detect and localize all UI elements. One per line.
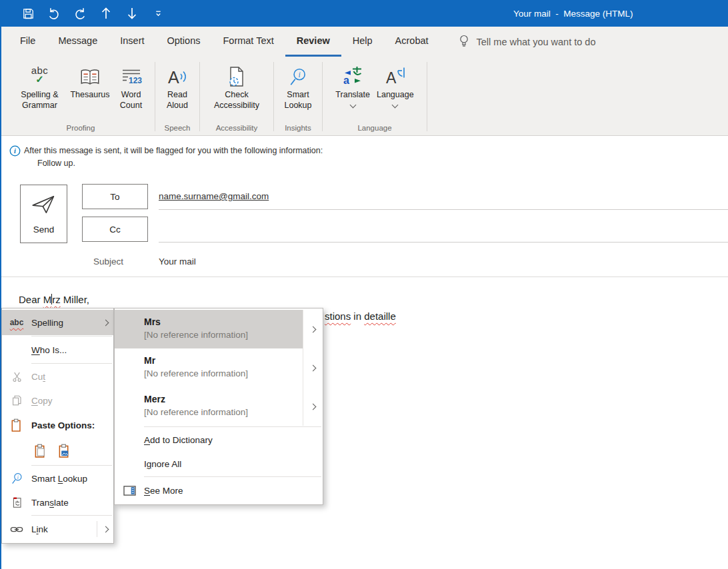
menu-separator: [31, 465, 112, 466]
menu-item-label: Paste Options:: [31, 420, 95, 430]
ribbon-group-label: Accessibility: [200, 124, 273, 135]
button-label: Thesaurus: [70, 89, 109, 100]
button-label: Smart Lookup: [281, 89, 315, 111]
save-icon[interactable]: [20, 5, 36, 22]
button-label: Translate: [335, 89, 370, 100]
word-count-button[interactable]: 123 Word Count: [113, 60, 149, 113]
to-recipient[interactable]: name.surname@gmail.com: [159, 191, 269, 201]
menu-item-label: Ignore All: [144, 459, 181, 469]
ribbon-group-language: a Translate A: [323, 57, 427, 135]
label-part: L: [31, 524, 37, 534]
link-icon: [2, 524, 31, 534]
read-aloud-button[interactable]: A Read Aloud: [160, 60, 195, 113]
suggestion-mr[interactable]: Mr [No reference information]: [115, 348, 323, 387]
label-part: nk: [39, 524, 48, 534]
translate-icon: a: [342, 62, 363, 87]
editor-pane-icon: [115, 485, 144, 496]
menu-item-see-more[interactable]: See More: [115, 478, 323, 503]
cc-button[interactable]: Cc: [82, 217, 148, 242]
suggestion-mrs[interactable]: Mrs [No reference information]: [115, 310, 323, 348]
info-icon: i: [9, 145, 21, 171]
tab-file[interactable]: File: [9, 27, 47, 57]
menu-separator: [31, 363, 112, 364]
undo-icon[interactable]: [46, 5, 62, 22]
button-label: Language: [377, 89, 414, 100]
outlook-message-window: Your mail - Message (HTML) File Message …: [0, 0, 728, 569]
svg-text:i: i: [299, 71, 301, 79]
menu-item-smart-lookup[interactable]: i Smart Lookup: [2, 466, 113, 490]
ribbon: abc✓ Spelling & Grammar Thesaurus: [1, 57, 728, 136]
menu-separator: [144, 426, 321, 427]
svg-text:i: i: [17, 474, 18, 480]
smart-lookup-button[interactable]: i Smart Lookup: [278, 60, 318, 113]
arrow-down-icon[interactable]: [124, 5, 140, 22]
menu-item-label: Who Is...: [31, 345, 67, 355]
suggestion-arrow-button[interactable]: [303, 387, 323, 426]
suggestion-merz[interactable]: Merz [No reference information]: [115, 387, 323, 426]
tab-options[interactable]: Options: [155, 27, 211, 57]
paste-keep-source-formatting-button[interactable]: [58, 444, 71, 458]
send-button[interactable]: Send: [20, 185, 67, 243]
menu-item-label: Copy: [31, 396, 53, 406]
spelling-and-grammar-button[interactable]: abc✓ Spelling & Grammar: [12, 60, 67, 113]
ribbon-group-proofing: abc✓ Spelling & Grammar Thesaurus: [7, 57, 155, 135]
paste-keep-text-only-button[interactable]: [34, 444, 47, 458]
submenu-arrow-icon: [103, 526, 109, 532]
suggestion-word: Merz: [144, 392, 303, 406]
language-button[interactable]: A Language: [373, 60, 417, 109]
translate-page-icon: [2, 496, 31, 509]
to-field-underline[interactable]: [159, 209, 728, 210]
body-greeting-line[interactable]: Dear Mrz Miller,: [19, 294, 89, 305]
to-button[interactable]: To: [82, 184, 148, 209]
submenu-arrow-icon: [310, 364, 317, 371]
check-accessibility-button[interactable]: Check Accessibility: [205, 60, 268, 113]
suggestion-info: [No reference information]: [144, 367, 303, 380]
redo-icon[interactable]: [72, 5, 88, 22]
tell-me-box[interactable]: Tell me what you want to do: [459, 27, 596, 57]
submenu-arrow-icon: [310, 326, 317, 332]
misspelled-word[interactable]: Mrz: [43, 294, 61, 305]
menu-item-spelling[interactable]: abc Spelling: [2, 310, 113, 335]
menu-item-translate[interactable]: Translate: [2, 490, 113, 514]
cc-field-underline[interactable]: [159, 242, 728, 243]
tab-help[interactable]: Help: [341, 27, 384, 57]
tab-acrobat[interactable]: Acrobat: [384, 27, 440, 57]
subject-value[interactable]: Your mail: [159, 257, 196, 267]
smart-lookup-icon: i: [288, 62, 308, 87]
suggestion-word: Mr: [144, 354, 303, 367]
window-title: Your mail - Message (HTML): [513, 0, 633, 27]
smart-lookup-icon: i: [2, 472, 31, 485]
followup-info-bar: i After this message is sent, it will be…: [1, 137, 728, 171]
language-icon: A: [385, 62, 406, 87]
button-label: Read Aloud: [163, 89, 191, 111]
menu-item-copy[interactable]: Copy: [2, 388, 113, 412]
arrow-up-icon[interactable]: [98, 5, 114, 22]
tab-insert[interactable]: Insert: [109, 27, 155, 57]
button-label: Word Count: [117, 89, 146, 111]
tab-review[interactable]: Review: [285, 27, 341, 57]
menu-item-cut[interactable]: Cut: [2, 364, 113, 388]
ribbon-group-label: Insights: [274, 124, 322, 135]
suggestion-arrow-button[interactable]: [303, 310, 323, 348]
menu-item-ignore-all[interactable]: Ignore All: [115, 452, 323, 476]
misspelled-word: stions: [325, 310, 351, 322]
tab-message[interactable]: Message: [47, 27, 109, 57]
menu-item-link[interactable]: Link: [2, 516, 113, 542]
menu-item-who-is[interactable]: Who Is...: [2, 337, 113, 362]
customize-quick-access-icon[interactable]: [150, 5, 166, 22]
body-partial-line[interactable]: stions in detaille: [325, 310, 396, 322]
label-part: t: [43, 372, 45, 382]
suggestion-arrow-button[interactable]: [303, 348, 323, 387]
menu-item-add-to-dictionary[interactable]: Add to Dictionary: [115, 428, 323, 452]
tell-me-label: Tell me what you want to do: [477, 37, 596, 47]
svg-text:123: 123: [129, 76, 142, 85]
translate-button[interactable]: a Translate: [332, 60, 373, 109]
send-label: Send: [33, 225, 55, 235]
thesaurus-button[interactable]: Thesaurus: [67, 60, 113, 102]
subject-label: Subject: [93, 257, 123, 267]
label-part: nore All: [151, 459, 181, 469]
tab-format-text[interactable]: Format Text: [211, 27, 285, 57]
menu-separator: [31, 336, 112, 336]
menu-item-paste-options: Paste Options:: [2, 412, 113, 438]
label-part: Tran: [31, 498, 49, 508]
